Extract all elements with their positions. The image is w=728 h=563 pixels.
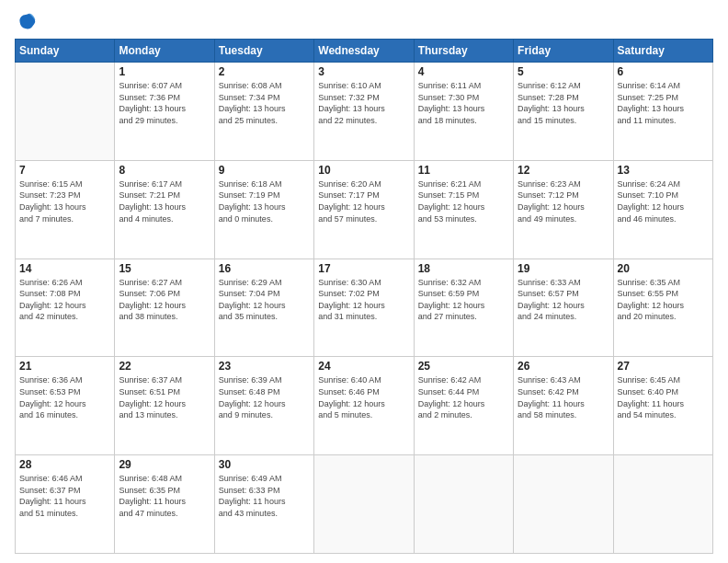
day-info: Sunrise: 6:23 AM Sunset: 7:12 PM Dayligh… — [518, 178, 609, 224]
calendar-cell — [16, 63, 115, 161]
calendar-cell: 21Sunrise: 6:36 AM Sunset: 6:53 PM Dayli… — [16, 357, 115, 455]
calendar-cell — [613, 455, 712, 554]
day-info: Sunrise: 6:39 AM Sunset: 6:48 PM Dayligh… — [219, 374, 310, 420]
day-info: Sunrise: 6:32 AM Sunset: 6:59 PM Dayligh… — [418, 277, 509, 323]
calendar-cell: 27Sunrise: 6:45 AM Sunset: 6:40 PM Dayli… — [613, 357, 712, 455]
day-number: 13 — [618, 164, 709, 177]
day-number: 24 — [318, 360, 409, 373]
day-info: Sunrise: 6:36 AM Sunset: 6:53 PM Dayligh… — [19, 374, 110, 420]
header-day-sunday: Sunday — [16, 40, 115, 63]
calendar-body: 1Sunrise: 6:07 AM Sunset: 7:36 PM Daylig… — [16, 63, 713, 554]
day-info: Sunrise: 6:42 AM Sunset: 6:44 PM Dayligh… — [418, 374, 509, 420]
calendar-cell: 9Sunrise: 6:18 AM Sunset: 7:19 PM Daylig… — [214, 160, 313, 259]
calendar-week-4: 28Sunrise: 6:46 AM Sunset: 6:37 PM Dayli… — [16, 455, 713, 554]
day-info: Sunrise: 6:49 AM Sunset: 6:33 PM Dayligh… — [219, 473, 310, 519]
calendar-cell: 13Sunrise: 6:24 AM Sunset: 7:10 PM Dayli… — [613, 160, 712, 259]
header-day-wednesday: Wednesday — [314, 40, 414, 63]
day-number: 16 — [219, 262, 310, 275]
day-info: Sunrise: 6:43 AM Sunset: 6:42 PM Dayligh… — [518, 374, 609, 420]
calendar-cell: 26Sunrise: 6:43 AM Sunset: 6:42 PM Dayli… — [514, 357, 613, 455]
day-number: 17 — [318, 262, 409, 275]
header-day-tuesday: Tuesday — [214, 40, 313, 63]
day-number: 23 — [219, 360, 310, 373]
day-number: 9 — [219, 164, 310, 177]
day-info: Sunrise: 6:11 AM Sunset: 7:30 PM Dayligh… — [418, 80, 509, 126]
day-number: 26 — [518, 360, 609, 373]
day-number: 2 — [219, 65, 310, 78]
calendar-cell: 12Sunrise: 6:23 AM Sunset: 7:12 PM Dayli… — [514, 160, 613, 259]
day-number: 5 — [518, 65, 609, 78]
day-number: 3 — [318, 65, 409, 78]
calendar-cell: 7Sunrise: 6:15 AM Sunset: 7:23 PM Daylig… — [16, 160, 115, 259]
day-number: 8 — [119, 164, 210, 177]
day-info: Sunrise: 6:12 AM Sunset: 7:28 PM Dayligh… — [518, 80, 609, 126]
day-number: 10 — [318, 164, 409, 177]
day-info: Sunrise: 6:24 AM Sunset: 7:10 PM Dayligh… — [618, 178, 709, 224]
day-number: 22 — [119, 360, 210, 373]
calendar-table: SundayMondayTuesdayWednesdayThursdayFrid… — [15, 39, 713, 554]
calendar-cell — [314, 455, 414, 554]
header-day-saturday: Saturday — [613, 40, 712, 63]
header-row: SundayMondayTuesdayWednesdayThursdayFrid… — [16, 40, 713, 63]
calendar-week-2: 14Sunrise: 6:26 AM Sunset: 7:08 PM Dayli… — [16, 259, 713, 357]
calendar-cell: 28Sunrise: 6:46 AM Sunset: 6:37 PM Dayli… — [16, 455, 115, 554]
day-info: Sunrise: 6:48 AM Sunset: 6:35 PM Dayligh… — [119, 473, 210, 519]
day-number: 19 — [518, 262, 609, 275]
day-info: Sunrise: 6:10 AM Sunset: 7:32 PM Dayligh… — [318, 80, 409, 126]
day-number: 18 — [418, 262, 509, 275]
day-info: Sunrise: 6:18 AM Sunset: 7:19 PM Dayligh… — [219, 178, 310, 224]
calendar-week-1: 7Sunrise: 6:15 AM Sunset: 7:23 PM Daylig… — [16, 160, 713, 259]
calendar-cell: 23Sunrise: 6:39 AM Sunset: 6:48 PM Dayli… — [214, 357, 313, 455]
day-info: Sunrise: 6:45 AM Sunset: 6:40 PM Dayligh… — [618, 374, 709, 420]
calendar-week-3: 21Sunrise: 6:36 AM Sunset: 6:53 PM Dayli… — [16, 357, 713, 455]
calendar-cell: 30Sunrise: 6:49 AM Sunset: 6:33 PM Dayli… — [214, 455, 313, 554]
calendar-cell: 5Sunrise: 6:12 AM Sunset: 7:28 PM Daylig… — [514, 63, 613, 161]
day-info: Sunrise: 6:46 AM Sunset: 6:37 PM Dayligh… — [19, 473, 110, 519]
calendar-cell: 11Sunrise: 6:21 AM Sunset: 7:15 PM Dayli… — [414, 160, 513, 259]
calendar-week-0: 1Sunrise: 6:07 AM Sunset: 7:36 PM Daylig… — [16, 63, 713, 161]
calendar-cell — [514, 455, 613, 554]
day-number: 12 — [518, 164, 609, 177]
day-info: Sunrise: 6:21 AM Sunset: 7:15 PM Dayligh… — [418, 178, 509, 224]
calendar-cell: 10Sunrise: 6:20 AM Sunset: 7:17 PM Dayli… — [314, 160, 414, 259]
day-number: 7 — [19, 164, 110, 177]
day-number: 20 — [618, 262, 709, 275]
day-info: Sunrise: 6:37 AM Sunset: 6:51 PM Dayligh… — [119, 374, 210, 420]
header-day-monday: Monday — [115, 40, 214, 63]
day-info: Sunrise: 6:29 AM Sunset: 7:04 PM Dayligh… — [219, 277, 310, 323]
day-info: Sunrise: 6:20 AM Sunset: 7:17 PM Dayligh… — [318, 178, 409, 224]
day-number: 28 — [19, 458, 110, 471]
day-info: Sunrise: 6:17 AM Sunset: 7:21 PM Dayligh… — [119, 178, 210, 224]
calendar-cell: 25Sunrise: 6:42 AM Sunset: 6:44 PM Dayli… — [414, 357, 513, 455]
day-number: 27 — [618, 360, 709, 373]
day-number: 30 — [219, 458, 310, 471]
day-number: 21 — [19, 360, 110, 373]
day-number: 15 — [119, 262, 210, 275]
calendar-cell: 4Sunrise: 6:11 AM Sunset: 7:30 PM Daylig… — [414, 63, 513, 161]
day-info: Sunrise: 6:14 AM Sunset: 7:25 PM Dayligh… — [618, 80, 709, 126]
calendar-cell — [414, 455, 513, 554]
logo — [15, 11, 39, 31]
day-info: Sunrise: 6:15 AM Sunset: 7:23 PM Dayligh… — [19, 178, 110, 224]
day-info: Sunrise: 6:33 AM Sunset: 6:57 PM Dayligh… — [518, 277, 609, 323]
day-info: Sunrise: 6:07 AM Sunset: 7:36 PM Dayligh… — [119, 80, 210, 126]
day-number: 14 — [19, 262, 110, 275]
calendar-cell: 17Sunrise: 6:30 AM Sunset: 7:02 PM Dayli… — [314, 259, 414, 357]
calendar: SundayMondayTuesdayWednesdayThursdayFrid… — [15, 39, 713, 554]
calendar-cell: 16Sunrise: 6:29 AM Sunset: 7:04 PM Dayli… — [214, 259, 313, 357]
header-day-thursday: Thursday — [414, 40, 513, 63]
calendar-cell: 2Sunrise: 6:08 AM Sunset: 7:34 PM Daylig… — [214, 63, 313, 161]
calendar-cell: 1Sunrise: 6:07 AM Sunset: 7:36 PM Daylig… — [115, 63, 214, 161]
day-number: 11 — [418, 164, 509, 177]
day-number: 25 — [418, 360, 509, 373]
calendar-cell: 24Sunrise: 6:40 AM Sunset: 6:46 PM Dayli… — [314, 357, 414, 455]
day-info: Sunrise: 6:26 AM Sunset: 7:08 PM Dayligh… — [19, 277, 110, 323]
header-day-friday: Friday — [514, 40, 613, 63]
day-info: Sunrise: 6:27 AM Sunset: 7:06 PM Dayligh… — [119, 277, 210, 323]
day-number: 29 — [119, 458, 210, 471]
day-number: 6 — [618, 65, 709, 78]
calendar-cell: 14Sunrise: 6:26 AM Sunset: 7:08 PM Dayli… — [16, 259, 115, 357]
day-info: Sunrise: 6:08 AM Sunset: 7:34 PM Dayligh… — [219, 80, 310, 126]
calendar-header: SundayMondayTuesdayWednesdayThursdayFrid… — [16, 40, 713, 63]
calendar-cell: 6Sunrise: 6:14 AM Sunset: 7:25 PM Daylig… — [613, 63, 712, 161]
